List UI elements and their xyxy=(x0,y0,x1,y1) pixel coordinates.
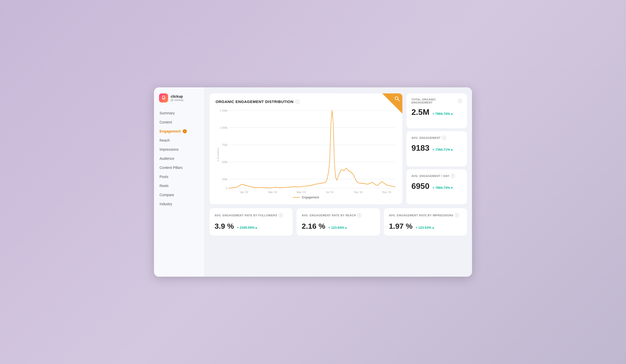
legend-label: Engagement xyxy=(302,196,319,199)
right-stats: TOTAL ORGANIC ENGAGEMENT i 2.5M + 7884.7… xyxy=(406,93,467,204)
stat-card-total-organic: TOTAL ORGANIC ENGAGEMENT i 2.5M + 7884.7… xyxy=(406,93,467,128)
bottom-label-reach: AVG. ENGAGEMENT RATE BY REACH i xyxy=(302,213,375,217)
svg-text:750k: 750k xyxy=(222,143,228,146)
arrow-up-icon xyxy=(451,113,453,115)
chart-info-icon[interactable]: i xyxy=(296,100,300,104)
sidebar-nav: Summary Content Engagement ! Reach Impre… xyxy=(154,109,204,209)
svg-text:Mar '24: Mar '24 xyxy=(268,190,277,194)
chart-card: ORGANIC ENGAGEMENT DISTRIBUTION i 1 250k xyxy=(210,93,402,204)
stat-label-avg-engagement: AVG. ENGAGEMENT i xyxy=(411,136,462,140)
main-content: ORGANIC ENGAGEMENT DISTRIBUTION i 1 250k xyxy=(204,87,472,277)
legend-line-color xyxy=(293,197,300,198)
svg-text:Jul '24: Jul '24 xyxy=(326,190,333,194)
stat-label-avg-engagement-day: AVG. ENGAGEMENT / DAY i xyxy=(411,174,462,178)
nav-label-reels: Reels xyxy=(160,184,169,188)
bottom-value-followers: 3.9 % + 2345.05% xyxy=(215,222,288,230)
logo-icon xyxy=(159,93,168,102)
nav-label-reach: Reach xyxy=(160,138,170,142)
nav-label-content-pillars: Content Pillars xyxy=(160,166,182,170)
bottom-value-reach: 2.16 % + 123.64% xyxy=(302,222,375,230)
bottom-row: AVG. ENGAGEMENT RATE BY FOLLOWERS i 3.9 … xyxy=(210,208,467,236)
search-icon[interactable] xyxy=(394,96,400,103)
stat-value-avg-engagement-day: 6950 + 7884.74% xyxy=(411,181,462,191)
sidebar-item-summary[interactable]: Summary xyxy=(156,109,202,118)
svg-line-2 xyxy=(398,99,399,101)
nav-label-engagement: Engagement xyxy=(160,129,181,133)
svg-text:0: 0 xyxy=(226,187,227,190)
svg-text:1 250k: 1 250k xyxy=(220,109,228,112)
app-container: clickup @ /clickup Summary Content Engag… xyxy=(154,87,472,277)
sidebar-item-content-pillars[interactable]: Content Pillars xyxy=(156,163,202,172)
stat-card-avg-engagement: AVG. ENGAGEMENT i 9183 + 7394.71% xyxy=(406,131,467,166)
nav-label-audience: Audience xyxy=(160,157,174,161)
followers-info-icon[interactable]: i xyxy=(279,213,283,217)
svg-text:May '24: May '24 xyxy=(297,190,306,194)
nav-label-compare: Compare xyxy=(160,193,174,197)
impressions-info-icon[interactable]: i xyxy=(455,213,459,217)
svg-text:1 000k: 1 000k xyxy=(220,126,228,129)
stat-change-avg-engagement: + 7394.71% xyxy=(432,148,453,151)
sidebar-item-impressions[interactable]: Impressions xyxy=(156,145,202,154)
stat-change-followers: + 2345.05% xyxy=(237,226,257,229)
bottom-card-followers: AVG. ENGAGEMENT RATE BY FOLLOWERS i 3.9 … xyxy=(210,208,293,236)
sidebar-item-industry[interactable]: Industry xyxy=(156,199,202,209)
svg-text:500k: 500k xyxy=(222,160,228,164)
stat-change-avg-engagement-day: + 7884.74% xyxy=(432,186,453,190)
sidebar-item-compare[interactable]: Compare xyxy=(156,190,202,199)
stat-card-avg-engagement-day: AVG. ENGAGEMENT / DAY i 6950 + 7884.74% xyxy=(406,169,467,204)
svg-text:Sep '24: Sep '24 xyxy=(354,190,363,194)
nav-label-posts: Posts xyxy=(160,175,168,179)
sidebar-item-content[interactable]: Content xyxy=(156,118,202,127)
engagement-chart: 1 250k 1 000k 750k 500k 250k 0 # of acti… xyxy=(216,108,396,194)
brand-logo: clickup @ /clickup xyxy=(154,93,204,109)
nav-label-industry: Industry xyxy=(160,202,172,206)
svg-text:Jan '24: Jan '24 xyxy=(240,190,248,194)
avg-engagement-day-info-icon[interactable]: i xyxy=(451,174,455,178)
stat-label-total-organic: TOTAL ORGANIC ENGAGEMENT i xyxy=(411,98,462,104)
sidebar-item-audience[interactable]: Audience xyxy=(156,154,202,163)
bottom-label-followers: AVG. ENGAGEMENT RATE BY FOLLOWERS i xyxy=(215,213,288,217)
brand-name: clickup xyxy=(171,94,184,98)
stat-value-avg-engagement: 9183 + 7394.71% xyxy=(411,143,462,153)
bottom-value-impressions: 1.97 % + 123.53% xyxy=(389,222,462,230)
bottom-label-impressions: AVG. ENGAGEMENT RATE BY IMPRESSIONS i xyxy=(389,213,462,217)
stat-change-total-organic: + 7884.74% xyxy=(432,112,453,116)
svg-text:Nov '24: Nov '24 xyxy=(382,190,391,194)
sidebar-item-engagement[interactable]: Engagement ! xyxy=(156,127,202,136)
svg-text:# of actions: # of actions xyxy=(217,148,219,162)
arrow-up-icon-6 xyxy=(432,227,434,228)
top-row: ORGANIC ENGAGEMENT DISTRIBUTION i 1 250k xyxy=(210,93,467,204)
sidebar-item-posts[interactable]: Posts xyxy=(156,172,202,181)
total-organic-info-icon[interactable]: i xyxy=(458,99,462,103)
brand-handle: @ /clickup xyxy=(171,98,184,101)
nav-label-content: Content xyxy=(160,120,172,124)
stat-change-reach: + 123.64% xyxy=(328,226,347,229)
avg-engagement-info-icon[interactable]: i xyxy=(442,136,446,140)
stat-change-impressions: + 123.53% xyxy=(415,226,434,229)
sidebar: clickup @ /clickup Summary Content Engag… xyxy=(154,87,204,277)
stat-value-total-organic: 2.5M + 7884.74% xyxy=(411,108,462,117)
arrow-up-icon-5 xyxy=(345,227,347,228)
bottom-card-impressions: AVG. ENGAGEMENT RATE BY IMPRESSIONS i 1.… xyxy=(384,208,467,236)
bottom-card-reach: AVG. ENGAGEMENT RATE BY REACH i 2.16 % +… xyxy=(297,208,380,236)
chart-title: ORGANIC ENGAGEMENT DISTRIBUTION i xyxy=(216,99,396,104)
svg-text:250k: 250k xyxy=(222,177,228,181)
svg-point-0 xyxy=(162,96,165,98)
arrow-up-icon-2 xyxy=(451,149,453,150)
sidebar-item-reels[interactable]: Reels xyxy=(156,181,202,190)
engagement-badge: ! xyxy=(183,129,187,133)
arrow-up-icon-3 xyxy=(451,187,453,188)
chart-area: 1 250k 1 000k 750k 500k 250k 0 # of acti… xyxy=(216,108,396,194)
chart-legend: Engagement xyxy=(216,196,396,199)
reach-info-icon[interactable]: i xyxy=(357,213,361,217)
nav-label-summary: Summary xyxy=(160,111,175,115)
svg-point-1 xyxy=(395,97,398,100)
arrow-up-icon-4 xyxy=(255,227,257,228)
nav-label-impressions: Impressions xyxy=(160,147,178,151)
sidebar-item-reach[interactable]: Reach xyxy=(156,136,202,145)
